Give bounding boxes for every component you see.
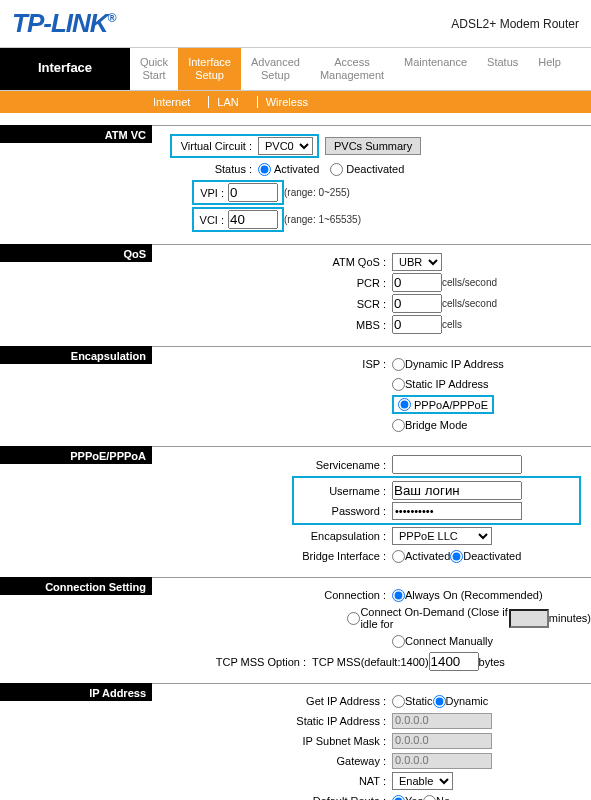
section-atm-vc: ATM VC — [0, 125, 152, 143]
subnet-label: IP Subnet Mask : — [152, 735, 392, 747]
header-subtitle: ADSL2+ Modem Router — [451, 17, 579, 31]
bridge-activated-radio[interactable] — [392, 550, 405, 563]
mss-input[interactable] — [429, 652, 479, 671]
subnav-wireless[interactable]: Wireless — [258, 96, 316, 108]
mbs-input[interactable] — [392, 315, 442, 334]
tab-interface-setup[interactable]: Interface Setup — [178, 48, 241, 90]
connection-label: Connection : — [152, 589, 392, 601]
password-label: Password : — [298, 505, 392, 517]
tab-status[interactable]: Status — [477, 48, 528, 90]
subnav-internet[interactable]: Internet — [145, 96, 198, 108]
staticip-label: Static IP Address : — [152, 715, 392, 727]
getip-label: Get IP Address : — [152, 695, 392, 707]
atmqos-label: ATM QoS : — [152, 256, 392, 268]
tab-advanced-setup[interactable]: Advanced Setup — [241, 48, 310, 90]
encap-select[interactable]: PPPoE LLC — [392, 527, 492, 545]
pcr-input[interactable] — [392, 273, 442, 292]
mss-label: TCP MSS Option : — [152, 656, 312, 668]
servicename-input[interactable] — [392, 455, 522, 474]
conn-always-radio[interactable] — [392, 589, 405, 602]
isp-label: ISP : — [152, 358, 392, 370]
main-nav: Interface Quick Start Interface Setup Ad… — [0, 48, 591, 91]
gateway-label: Gateway : — [152, 755, 392, 767]
section-qos: QoS — [0, 244, 152, 262]
getip-dynamic-radio[interactable] — [433, 695, 446, 708]
gateway-field: 0.0.0.0 — [392, 753, 492, 769]
header: TP-LINK® ADSL2+ Modem Router — [0, 0, 591, 48]
conn-manual-radio[interactable] — [392, 635, 405, 648]
section-connection: Connection Setting — [0, 577, 152, 595]
route-yes-radio[interactable] — [392, 795, 405, 800]
username-input[interactable] — [392, 481, 522, 500]
staticip-field: 0.0.0.0 — [392, 713, 492, 729]
isp-dynamic-radio[interactable] — [392, 358, 405, 371]
route-label: Default Route : — [152, 795, 392, 800]
bridge-label: Bridge Interface : — [152, 550, 392, 562]
vci-label: VCI : — [198, 214, 228, 226]
getip-static-radio[interactable] — [392, 695, 405, 708]
nat-label: NAT : — [152, 775, 392, 787]
isp-pppoe-radio[interactable] — [398, 398, 411, 411]
isp-bridge-radio[interactable] — [392, 419, 405, 432]
sub-nav: Internet LAN Wireless — [0, 91, 591, 113]
servicename-label: Servicename : — [152, 459, 392, 471]
conn-ondemand-radio[interactable] — [347, 612, 360, 625]
vci-input[interactable] — [228, 210, 278, 229]
pvcs-summary-button[interactable]: PVCs Summary — [325, 137, 421, 155]
idle-minutes-input[interactable] — [509, 609, 549, 628]
status-deactivated-radio[interactable] — [330, 163, 343, 176]
password-input[interactable] — [392, 502, 522, 520]
tab-quick-start[interactable]: Quick Start — [130, 48, 178, 90]
status-label: Status : — [152, 163, 258, 175]
subnav-lan[interactable]: LAN — [209, 96, 246, 108]
logo: TP-LINK® — [12, 8, 115, 39]
username-label: Username : — [298, 485, 392, 497]
scr-input[interactable] — [392, 294, 442, 313]
vci-hint: (range: 1~65535) — [284, 214, 361, 225]
encap-label: Encapsulation : — [152, 530, 392, 542]
section-pppoe: PPPoE/PPPoA — [0, 446, 152, 464]
tab-maintenance[interactable]: Maintenance — [394, 48, 477, 90]
atmqos-select[interactable]: UBR — [392, 253, 442, 271]
vpi-hint: (range: 0~255) — [284, 187, 350, 198]
mbs-label: MBS : — [152, 319, 392, 331]
section-encapsulation: Encapsulation — [0, 346, 152, 364]
vc-label: Virtual Circuit : — [176, 140, 258, 152]
isp-static-radio[interactable] — [392, 378, 405, 391]
vpi-label: VPI : — [198, 187, 228, 199]
subnet-field: 0.0.0.0 — [392, 733, 492, 749]
scr-label: SCR : — [152, 298, 392, 310]
vpi-input[interactable] — [228, 183, 278, 202]
bridge-deactivated-radio[interactable] — [450, 550, 463, 563]
route-no-radio[interactable] — [423, 795, 436, 800]
status-activated-radio[interactable] — [258, 163, 271, 176]
vc-select[interactable]: PVC0 — [258, 137, 313, 155]
tab-help[interactable]: Help — [528, 48, 571, 90]
nat-select[interactable]: Enable — [392, 772, 453, 790]
section-ip: IP Address — [0, 683, 152, 701]
nav-side-label: Interface — [0, 48, 130, 90]
pcr-label: PCR : — [152, 277, 392, 289]
tab-access-management[interactable]: Access Management — [310, 48, 394, 90]
